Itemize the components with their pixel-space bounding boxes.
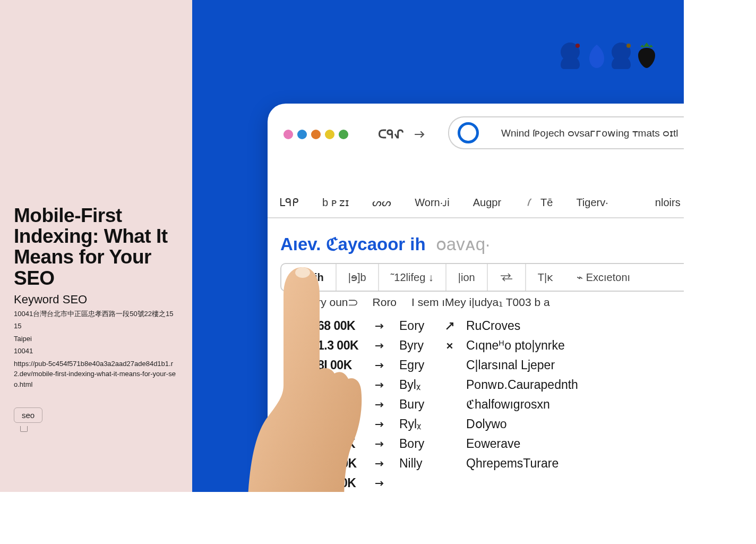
- meta-url: https://pub-5c454f571b8e40a3a2aad27ade84…: [14, 359, 178, 390]
- reload-icon[interactable]: ᑕᑫᖋ: [378, 128, 403, 141]
- result-row[interactable]: 1.3 00K Byry Cıqneᴴo pto|ynrke: [317, 336, 684, 355]
- meta-line-2: Taipei: [14, 334, 178, 344]
- traffic-dot[interactable]: [339, 130, 348, 139]
- tab-icon: [525, 197, 538, 208]
- trend-icon: [375, 362, 384, 369]
- window-controls: [284, 130, 348, 139]
- marker-icon: [446, 342, 453, 350]
- traffic-dot[interactable]: [311, 130, 321, 139]
- logo-glyph-1: [559, 41, 582, 69]
- tab-item[interactable]: ᔕᔕ: [372, 196, 391, 209]
- window-toolbar: ᑕᑫᖋ Wnind ſᴘoȷech ᴑvsaᴦᴦoᴡing ᴛmats ᴑɪtl: [280, 122, 684, 147]
- result-row[interactable]: 82 00K Bury ℭhalfowıgrosxn: [317, 395, 684, 414]
- trend-icon: [375, 381, 384, 389]
- traffic-dot[interactable]: [297, 130, 307, 139]
- filter-cell[interactable]: ˜12lifeg ↓: [379, 264, 446, 291]
- sub-header-row: Hry oun⸧ Roro I sem ıMey i|udya₁ T003 b …: [309, 296, 550, 309]
- result-row[interactable]: 17 004 Rylᵪ Dᴏlywo: [317, 414, 684, 434]
- filter-cell[interactable]: ⌁ Excıetonı: [565, 264, 642, 291]
- trend-icon: [375, 460, 384, 468]
- search-text: Wnind ſᴘoȷech ᴑvsaᴦᴦoᴡing ᴛmats ᴑɪtl: [501, 127, 678, 139]
- heading-sub: ᴏavᴀq·: [436, 234, 490, 254]
- svg-point-1: [626, 44, 631, 48]
- tab-item[interactable]: b ᴘ ᴢɪ: [322, 196, 349, 209]
- trend-icon: [375, 421, 384, 428]
- browser-window: ᑕᑫᖋ Wnind ſᴘoȷech ᴑvsaᴦᴦoᴡing ᴛmats ᴑɪtl…: [268, 104, 684, 492]
- filter-cell[interactable]: T|ᴋ: [526, 264, 565, 291]
- results-heading: Aıev. ℭaycaoor ih ᴏavᴀq·: [280, 234, 490, 254]
- expand-icon[interactable]: [20, 426, 28, 432]
- strawberry-icon: [635, 41, 658, 69]
- meta-line-3: 10041: [14, 346, 178, 356]
- tab-item[interactable]: ᒪᑫᑭ: [279, 196, 299, 209]
- trend-icon: [375, 480, 384, 487]
- result-row[interactable]: 80 00K Bylᵪ Ponwᴅ.Caurapednth: [317, 375, 684, 395]
- tab-item[interactable]: Worn·ᴊi: [415, 196, 449, 209]
- forward-icon[interactable]: [414, 131, 426, 138]
- meta-line-0: 10041台灣台北市中正區忠孝西路一段50號22樓之15: [14, 309, 178, 319]
- trend-icon: [375, 342, 384, 350]
- filter-cell[interactable]: [488, 264, 526, 291]
- logo-cluster: [559, 41, 658, 69]
- logo-glyph-2: [584, 41, 607, 69]
- tab-item[interactable]: Augpr: [473, 197, 501, 209]
- traffic-dot[interactable]: [284, 130, 293, 139]
- result-row[interactable]: S0 00K Nilly QhrepemsTurare: [317, 454, 684, 473]
- category-tabs: ᒪᑫᑭ b ᴘ ᴢɪ ᔕᔕ Worn·ᴊi Augpr Tē Tigerv· n…: [268, 188, 684, 218]
- result-row[interactable]: 32 00K Bory Eowerave: [317, 434, 684, 454]
- marker-icon: [446, 322, 453, 330]
- illustration-canvas: ᑕᑫᖋ Wnind ſᴘoȷech ᴑvsaᴦᴦoᴡing ᴛmats ᴑɪtl…: [192, 0, 684, 492]
- traffic-dot[interactable]: [325, 130, 334, 139]
- trend-icon: [375, 401, 384, 409]
- result-row[interactable]: 68 00K Eory RuCroves: [317, 316, 684, 336]
- trend-icon: [375, 322, 384, 330]
- filter-cell[interactable]: |ion: [446, 264, 488, 291]
- tab-item[interactable]: Tigerv·: [576, 197, 608, 209]
- tab-item[interactable]: Tē: [525, 197, 553, 209]
- page-subtitle: Keyword SEO: [14, 293, 178, 307]
- filter-cell[interactable]: |ɘ]b: [337, 264, 379, 291]
- tab-item[interactable]: nloirs: [655, 197, 681, 209]
- subrow-item[interactable]: Roro: [373, 296, 397, 309]
- subrow-item[interactable]: Hry oun⸧: [309, 296, 358, 309]
- swap-icon: [500, 273, 513, 282]
- logo-glyph-3: [609, 41, 633, 69]
- subrow-item: I sem ıMey i|udya₁ T003 b a: [411, 296, 550, 309]
- tag-chip[interactable]: seo: [14, 407, 42, 423]
- filter-cell[interactable]: ηvalih: [281, 264, 337, 291]
- filter-bar: ηvalih |ɘ]b ˜12lifeg ↓ |ion T|ᴋ ⌁ Excıet…: [280, 263, 684, 292]
- address-bar[interactable]: Wnind ſᴘoȷech ᴑvsaᴦᴦoᴡing ᴛmats ᴑɪtl: [448, 116, 684, 149]
- result-row[interactable]: 8I 00K Egry C|larsınal Ljeper: [317, 355, 684, 375]
- page-title: Mobile-First Indexing: What It Means for…: [14, 205, 178, 288]
- heading-main: Aıev. ℭaycaoor ih: [280, 234, 426, 254]
- search-icon: [458, 122, 479, 143]
- info-sidebar: Mobile-First Indexing: What It Means for…: [0, 0, 192, 492]
- meta-line-1: 15: [14, 321, 178, 332]
- trend-icon: [375, 440, 384, 448]
- svg-point-0: [575, 44, 580, 48]
- results-list: 68 00K Eory RuCroves 1.3 00K Byry Cıqneᴴ…: [317, 316, 684, 492]
- result-row[interactable]: 8F 00K: [317, 473, 684, 492]
